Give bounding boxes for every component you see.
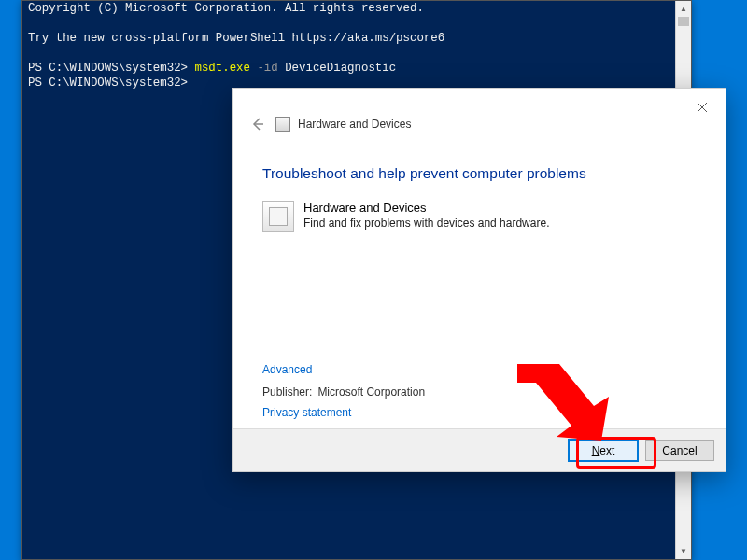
troubleshooter-item: Hardware and Devices Find and fix proble… [262,201,696,232]
scroll-thumb[interactable] [678,17,689,26]
dialog-body: Troubleshoot and help prevent computer p… [233,145,726,363]
publisher-value: Microsoft Corporation [317,385,425,399]
cmd-exe: msdt.exe [194,62,250,75]
arrow-left-icon [250,117,265,132]
dialog-footer: Next Cancel [233,428,726,471]
item-title: Hardware and Devices [303,201,549,215]
page-heading: Troubleshoot and help prevent computer p… [262,165,696,182]
console-line: Try the new cross-platform PowerShell ht… [28,32,444,45]
console-line: Copyright (C) Microsoft Corporation. All… [28,2,424,15]
advanced-link[interactable]: Advanced [262,363,696,376]
publisher-label: Publisher: [262,385,312,399]
dialog-title: Hardware and Devices [298,118,411,131]
cmd-flag: -id [250,62,285,75]
ps-prompt: PS C:\WINDOWS\system32> [28,77,188,90]
publisher-line: Publisher:Microsoft Corporation [262,385,696,399]
dialog-header: Hardware and Devices [233,89,726,145]
item-description: Find and fix problems with devices and h… [303,217,549,230]
cancel-button[interactable]: Cancel [645,440,714,461]
close-icon [697,102,708,113]
hardware-icon [262,201,294,232]
privacy-link[interactable]: Privacy statement [262,406,696,419]
scroll-down-button[interactable]: ▼ [676,543,691,559]
cmd-arg: DeviceDiagnostic [285,62,396,75]
dialog-lower: Advanced Publisher:Microsoft Corporation… [233,363,726,428]
back-button[interactable] [247,114,268,134]
close-button[interactable] [688,96,716,119]
console-output: Copyright (C) Microsoft Corporation. All… [22,1,691,96]
ps-prompt: PS C:\WINDOWS\system32> [28,62,194,75]
next-button[interactable]: Next [569,440,638,461]
next-rest: ext [599,444,614,457]
scroll-up-button[interactable]: ▲ [676,1,691,17]
troubleshooter-dialog: Hardware and Devices Troubleshoot and he… [232,88,726,472]
troubleshooter-icon [275,117,290,132]
